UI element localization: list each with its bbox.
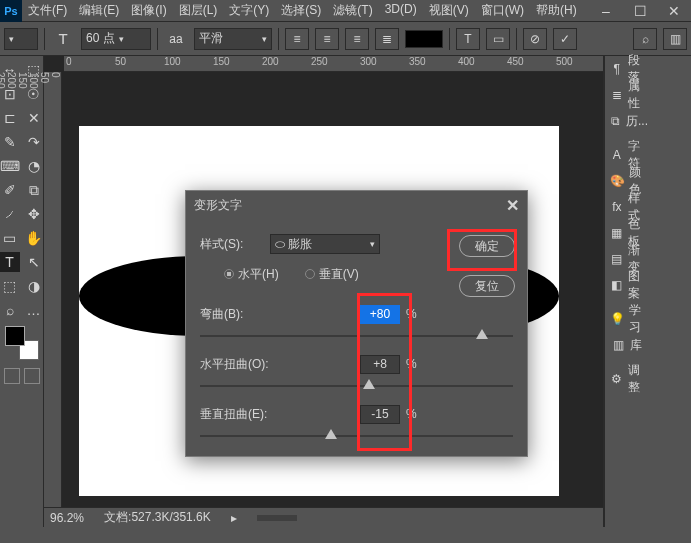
status-bar: 96.2% 文档:527.3K/351.6K ▸ <box>44 507 603 527</box>
orientation-vertical-radio: 垂直(V) <box>305 266 359 283</box>
menu-window[interactable]: 窗口(W) <box>475 2 530 19</box>
antialias-dropdown[interactable]: 平滑▾ <box>194 28 272 50</box>
learn-icon: 💡 <box>610 312 625 326</box>
zoom-tool[interactable]: ⌕ <box>0 300 20 320</box>
reset-button[interactable]: 复位 <box>459 275 515 297</box>
hdist-slider[interactable] <box>200 379 513 393</box>
screen-mode-toggle[interactable] <box>24 368 40 384</box>
panel-learn[interactable]: 💡学习 <box>605 306 648 332</box>
tools-panel: ↔ ⬚ ⊡ ☉ ⊏ ✕ ✎ ↷ ⌨ ◔ ✐ ⧉ ⟋ ✥ ▭ ✋ T ↖ ⬚ ◑ … <box>0 56 44 527</box>
panel-adjustments[interactable]: ⚙调整 <box>605 366 648 392</box>
vdist-label: 垂直扭曲(E): <box>200 406 360 423</box>
color-icon: 🎨 <box>610 174 625 188</box>
orientation-icon[interactable]: T <box>51 27 75 51</box>
cancel-edits-button[interactable]: ⊘ <box>523 28 547 50</box>
app-logo: Ps <box>0 0 22 22</box>
style-dropdown[interactable]: ⬭ 膨胀▾ <box>270 234 380 254</box>
swatches-icon: ▦ <box>610 226 624 240</box>
tool-preset-dropdown[interactable]: ▾ <box>4 28 38 50</box>
eyedropper-tool[interactable]: ✎ <box>0 132 20 152</box>
window-maximize-button[interactable]: ☐ <box>623 1 657 21</box>
adjustments-icon: ⚙ <box>610 372 624 386</box>
panel-history[interactable]: ⧉历... <box>605 108 648 134</box>
text-color-swatch[interactable] <box>405 30 443 48</box>
styles-icon: fx <box>610 200 624 214</box>
hdist-label: 水平扭曲(O): <box>200 356 360 373</box>
window-close-button[interactable]: ✕ <box>657 1 691 21</box>
hdist-input[interactable]: +8 <box>360 355 400 374</box>
dodge-tool[interactable]: ◑ <box>24 276 44 296</box>
menu-bar: 文件(F) 编辑(E) 图像(I) 图层(L) 文字(Y) 选择(S) 滤镜(T… <box>22 2 583 19</box>
warp-text-button[interactable]: T <box>456 28 480 50</box>
scrollbar-horizontal[interactable] <box>257 515 297 521</box>
menu-3d[interactable]: 3D(D) <box>379 2 423 19</box>
type-tool[interactable]: T <box>0 252 20 272</box>
blur-tool[interactable]: ✥ <box>24 204 44 224</box>
hand-tool[interactable]: ✋ <box>24 228 44 248</box>
status-menu-chevron[interactable]: ▸ <box>231 511 237 525</box>
dialog-title-bar[interactable]: 变形文字 ✕ <box>186 191 527 219</box>
menu-image[interactable]: 图像(I) <box>125 2 172 19</box>
pen-tool[interactable]: ▭ <box>0 228 20 248</box>
horizontal-ruler: 050100150200250300350400450500 <box>64 56 603 72</box>
path-select-tool[interactable]: ↖ <box>24 252 44 272</box>
zoom-level[interactable]: 96.2% <box>50 511 84 525</box>
vdist-input[interactable]: -15 <box>360 405 400 424</box>
orientation-horizontal-radio: 水平(H) <box>224 266 279 283</box>
more-tools[interactable]: … <box>24 300 44 320</box>
panel-toggle-button[interactable]: ▭ <box>486 28 510 50</box>
patterns-icon: ◧ <box>610 278 624 292</box>
dialog-close-button[interactable]: ✕ <box>506 196 519 215</box>
menu-select[interactable]: 选择(S) <box>275 2 327 19</box>
style-label: 样式(S): <box>200 236 270 253</box>
align-left-button[interactable]: ≡ <box>285 28 309 50</box>
panel-properties[interactable]: ≣属性 <box>605 82 648 108</box>
character-icon: A <box>610 148 624 162</box>
commit-edits-button[interactable]: ✓ <box>553 28 577 50</box>
stamp-tool[interactable]: ◔ <box>24 156 44 176</box>
properties-icon: ≣ <box>610 88 624 102</box>
gradients-icon: ▤ <box>610 252 624 266</box>
paragraph-icon: ¶ <box>610 62 624 76</box>
menu-help[interactable]: 帮助(H) <box>530 2 583 19</box>
search-icon[interactable]: ⌕ <box>633 28 657 50</box>
fg-color-swatch[interactable] <box>5 326 25 346</box>
align-justify-button[interactable]: ≣ <box>375 28 399 50</box>
dialog-title: 变形文字 <box>194 197 242 214</box>
healing-tool[interactable]: ↷ <box>24 132 44 152</box>
shape-tool[interactable]: ⬚ <box>0 276 20 296</box>
panel-patterns[interactable]: ◧图案 <box>605 272 648 298</box>
brush-tool[interactable]: ⌨ <box>0 156 20 176</box>
menu-layer[interactable]: 图层(L) <box>173 2 224 19</box>
panel-libraries[interactable]: ▥库 <box>605 332 648 358</box>
align-center-button[interactable]: ≡ <box>315 28 339 50</box>
title-bar: Ps 文件(F) 编辑(E) 图像(I) 图层(L) 文字(Y) 选择(S) 滤… <box>0 0 691 22</box>
libraries-icon: ▥ <box>610 338 626 352</box>
ok-button[interactable]: 确定 <box>459 235 515 257</box>
workspace-icon[interactable]: ▥ <box>663 28 687 50</box>
menu-type[interactable]: 文字(Y) <box>223 2 275 19</box>
bend-slider[interactable] <box>200 329 513 343</box>
menu-view[interactable]: 视图(V) <box>423 2 475 19</box>
right-panels: ¶段落 ≣属性 ⧉历... A字符 🎨颜色 fx样式 ▦色板 ▤渐变 ◧图案 💡… <box>603 56 691 527</box>
doc-info: 527.3K/351.6K <box>131 510 210 524</box>
vertical-ruler: 050100150200250300350400 <box>44 72 62 527</box>
history-brush-tool[interactable]: ✐ <box>0 180 20 200</box>
gradient-tool[interactable]: ⟋ <box>0 204 20 224</box>
menu-filter[interactable]: 滤镜(T) <box>327 2 378 19</box>
window-minimize-button[interactable]: – <box>589 1 623 21</box>
menu-file[interactable]: 文件(F) <box>22 2 73 19</box>
bulge-icon: ⬭ <box>275 237 285 251</box>
quick-mask-toggle[interactable] <box>4 368 20 384</box>
options-bar: ▾ T 60 点▾ aa 平滑▾ ≡ ≡ ≡ ≣ T ▭ ⊘ ✓ ⌕ ▥ <box>0 22 691 56</box>
font-size-dropdown[interactable]: 60 点▾ <box>81 28 151 50</box>
eraser-tool[interactable]: ⧉ <box>24 180 44 200</box>
fg-bg-colors[interactable] <box>5 326 39 360</box>
vdist-slider[interactable] <box>200 429 513 443</box>
bend-input[interactable]: +80 <box>360 305 400 324</box>
history-icon: ⧉ <box>610 114 622 128</box>
menu-edit[interactable]: 编辑(E) <box>73 2 125 19</box>
bend-label: 弯曲(B): <box>200 306 360 323</box>
antialias-icon: aa <box>164 27 188 51</box>
align-right-button[interactable]: ≡ <box>345 28 369 50</box>
